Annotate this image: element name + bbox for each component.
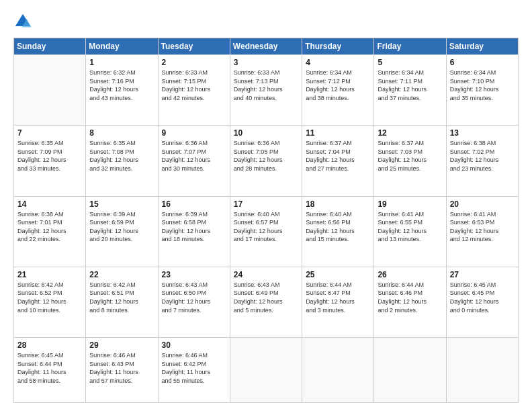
day-number: 17 <box>234 199 298 209</box>
calendar-cell: 7Sunrise: 6:35 AMSunset: 7:09 PMDaylight… <box>14 126 86 196</box>
calendar-cell: 6Sunrise: 6:34 AMSunset: 7:10 PMDaylight… <box>446 55 518 126</box>
cell-details: Sunrise: 6:32 AMSunset: 7:16 PMDaylight:… <box>89 68 154 102</box>
cell-details: Sunrise: 6:34 AMSunset: 7:12 PMDaylight:… <box>306 68 370 102</box>
day-number: 21 <box>17 270 82 279</box>
logo-icon <box>13 12 32 31</box>
cell-details: Sunrise: 6:36 AMSunset: 7:07 PMDaylight:… <box>162 139 226 173</box>
calendar-cell: 15Sunrise: 6:39 AMSunset: 6:59 PMDayligh… <box>86 196 158 267</box>
day-number: 18 <box>306 199 370 209</box>
calendar-table: SundayMondayTuesdayWednesdayThursdayFrid… <box>13 38 519 403</box>
calendar-cell: 19Sunrise: 6:41 AMSunset: 6:55 PMDayligh… <box>374 196 446 267</box>
header <box>13 12 519 31</box>
weekday-header: Saturday <box>446 38 518 55</box>
weekday-header: Friday <box>374 38 446 55</box>
cell-details: Sunrise: 6:37 AMSunset: 7:03 PMDaylight:… <box>378 139 442 173</box>
weekday-header: Monday <box>86 38 158 55</box>
cell-details: Sunrise: 6:42 AMSunset: 6:52 PMDaylight:… <box>17 281 82 314</box>
calendar-cell: 25Sunrise: 6:44 AMSunset: 6:47 PMDayligh… <box>302 267 374 337</box>
calendar-week-row: 1Sunrise: 6:32 AMSunset: 7:16 PMDaylight… <box>14 55 519 126</box>
calendar-cell: 9Sunrise: 6:36 AMSunset: 7:07 PMDaylight… <box>158 126 230 196</box>
day-number: 27 <box>450 270 515 279</box>
day-number: 13 <box>450 128 515 138</box>
cell-details: Sunrise: 6:43 AMSunset: 6:50 PMDaylight:… <box>162 281 226 314</box>
calendar-cell: 30Sunrise: 6:46 AMSunset: 6:42 PMDayligh… <box>158 338 230 403</box>
cell-details: Sunrise: 6:46 AMSunset: 6:43 PMDaylight:… <box>89 351 154 385</box>
day-number: 1 <box>89 58 154 67</box>
day-number: 20 <box>450 199 515 209</box>
cell-details: Sunrise: 6:43 AMSunset: 6:49 PMDaylight:… <box>234 281 298 314</box>
day-number: 8 <box>89 128 154 138</box>
calendar-week-row: 7Sunrise: 6:35 AMSunset: 7:09 PMDaylight… <box>14 126 519 196</box>
weekday-header: Thursday <box>302 38 374 55</box>
day-number: 4 <box>306 58 370 67</box>
cell-details: Sunrise: 6:39 AMSunset: 6:59 PMDaylight:… <box>89 210 154 244</box>
cell-details: Sunrise: 6:41 AMSunset: 6:55 PMDaylight:… <box>378 210 442 244</box>
calendar-cell: 3Sunrise: 6:33 AMSunset: 7:13 PMDaylight… <box>230 55 302 126</box>
calendar-cell <box>14 55 86 126</box>
day-number: 9 <box>162 128 226 138</box>
day-number: 11 <box>306 128 370 138</box>
day-number: 19 <box>378 199 442 209</box>
calendar-cell <box>446 338 518 403</box>
calendar-cell: 17Sunrise: 6:40 AMSunset: 6:57 PMDayligh… <box>230 196 302 267</box>
calendar-cell: 2Sunrise: 6:33 AMSunset: 7:15 PMDaylight… <box>158 55 230 126</box>
day-number: 10 <box>234 128 298 138</box>
day-number: 7 <box>17 128 82 138</box>
day-number: 28 <box>17 340 82 350</box>
cell-details: Sunrise: 6:40 AMSunset: 6:56 PMDaylight:… <box>306 210 370 244</box>
calendar-cell: 18Sunrise: 6:40 AMSunset: 6:56 PMDayligh… <box>302 196 374 267</box>
calendar-header-row: SundayMondayTuesdayWednesdayThursdayFrid… <box>14 38 519 55</box>
calendar-cell <box>374 338 446 403</box>
calendar-cell: 21Sunrise: 6:42 AMSunset: 6:52 PMDayligh… <box>14 267 86 337</box>
cell-details: Sunrise: 6:45 AMSunset: 6:44 PMDaylight:… <box>17 351 82 385</box>
cell-details: Sunrise: 6:37 AMSunset: 7:04 PMDaylight:… <box>306 139 370 173</box>
calendar-cell: 10Sunrise: 6:36 AMSunset: 7:05 PMDayligh… <box>230 126 302 196</box>
cell-details: Sunrise: 6:34 AMSunset: 7:10 PMDaylight:… <box>450 68 515 102</box>
calendar-cell: 14Sunrise: 6:38 AMSunset: 7:01 PMDayligh… <box>14 196 86 267</box>
calendar-cell <box>302 338 374 403</box>
calendar-cell: 12Sunrise: 6:37 AMSunset: 7:03 PMDayligh… <box>374 126 446 196</box>
calendar-cell: 26Sunrise: 6:44 AMSunset: 6:46 PMDayligh… <box>374 267 446 337</box>
calendar-cell: 24Sunrise: 6:43 AMSunset: 6:49 PMDayligh… <box>230 267 302 337</box>
day-number: 5 <box>378 58 442 67</box>
day-number: 15 <box>89 199 154 209</box>
cell-details: Sunrise: 6:41 AMSunset: 6:53 PMDaylight:… <box>450 210 515 244</box>
weekday-header: Sunday <box>14 38 86 55</box>
cell-details: Sunrise: 6:44 AMSunset: 6:46 PMDaylight:… <box>378 281 442 314</box>
day-number: 16 <box>162 199 226 209</box>
cell-details: Sunrise: 6:34 AMSunset: 7:11 PMDaylight:… <box>378 68 442 102</box>
day-number: 22 <box>89 270 154 279</box>
cell-details: Sunrise: 6:45 AMSunset: 6:45 PMDaylight:… <box>450 281 515 314</box>
logo <box>13 12 35 31</box>
calendar-cell: 11Sunrise: 6:37 AMSunset: 7:04 PMDayligh… <box>302 126 374 196</box>
day-number: 14 <box>17 199 82 209</box>
cell-details: Sunrise: 6:42 AMSunset: 6:51 PMDaylight:… <box>89 281 154 314</box>
calendar-cell: 4Sunrise: 6:34 AMSunset: 7:12 PMDaylight… <box>302 55 374 126</box>
calendar-cell: 22Sunrise: 6:42 AMSunset: 6:51 PMDayligh… <box>86 267 158 337</box>
cell-details: Sunrise: 6:39 AMSunset: 6:58 PMDaylight:… <box>162 210 226 244</box>
cell-details: Sunrise: 6:38 AMSunset: 7:01 PMDaylight:… <box>17 210 82 244</box>
calendar-cell: 29Sunrise: 6:46 AMSunset: 6:43 PMDayligh… <box>86 338 158 403</box>
calendar-cell: 20Sunrise: 6:41 AMSunset: 6:53 PMDayligh… <box>446 196 518 267</box>
day-number: 29 <box>89 340 154 350</box>
cell-details: Sunrise: 6:33 AMSunset: 7:13 PMDaylight:… <box>234 68 298 102</box>
calendar-cell: 27Sunrise: 6:45 AMSunset: 6:45 PMDayligh… <box>446 267 518 337</box>
calendar-cell: 28Sunrise: 6:45 AMSunset: 6:44 PMDayligh… <box>14 338 86 403</box>
day-number: 26 <box>378 270 442 279</box>
day-number: 24 <box>234 270 298 279</box>
calendar-cell: 16Sunrise: 6:39 AMSunset: 6:58 PMDayligh… <box>158 196 230 267</box>
day-number: 25 <box>306 270 370 279</box>
weekday-header: Wednesday <box>230 38 302 55</box>
cell-details: Sunrise: 6:33 AMSunset: 7:15 PMDaylight:… <box>162 68 226 102</box>
calendar-cell: 8Sunrise: 6:35 AMSunset: 7:08 PMDaylight… <box>86 126 158 196</box>
day-number: 12 <box>378 128 442 138</box>
calendar-cell: 5Sunrise: 6:34 AMSunset: 7:11 PMDaylight… <box>374 55 446 126</box>
page: SundayMondayTuesdayWednesdayThursdayFrid… <box>0 0 532 411</box>
calendar-cell <box>230 338 302 403</box>
day-number: 2 <box>162 58 226 67</box>
calendar-cell: 13Sunrise: 6:38 AMSunset: 7:02 PMDayligh… <box>446 126 518 196</box>
calendar-cell: 23Sunrise: 6:43 AMSunset: 6:50 PMDayligh… <box>158 267 230 337</box>
cell-details: Sunrise: 6:35 AMSunset: 7:09 PMDaylight:… <box>17 139 82 173</box>
day-number: 30 <box>162 340 226 350</box>
cell-details: Sunrise: 6:35 AMSunset: 7:08 PMDaylight:… <box>89 139 154 173</box>
